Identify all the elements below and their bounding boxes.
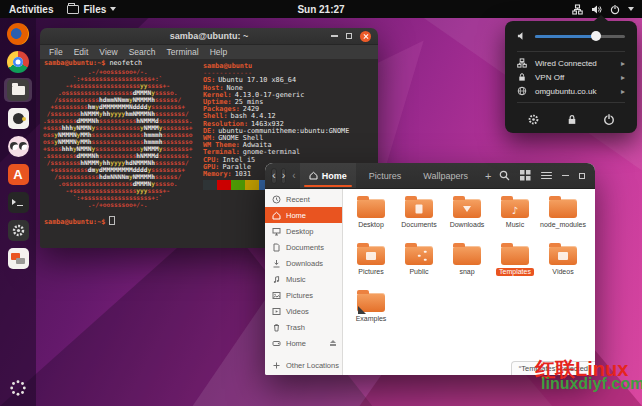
sidebar-item-home[interactable]: Home: [265, 207, 342, 223]
sidebar-item-downloads[interactable]: Downloads: [265, 255, 342, 271]
vpn-menu-item[interactable]: VPN Off ▸: [505, 70, 637, 84]
folder-examples[interactable]: Examples: [348, 289, 394, 334]
maximize-button[interactable]: [579, 173, 585, 179]
sidebar-item-trash[interactable]: Trash: [265, 319, 342, 335]
sidebar-item-pictures[interactable]: Pictures: [265, 287, 342, 303]
app-menu-label: Files: [83, 4, 106, 15]
search-icon[interactable]: [499, 170, 510, 181]
music-icon: [272, 275, 281, 284]
menu-help[interactable]: Help: [210, 47, 227, 57]
tab-pictures[interactable]: Pictures: [360, 163, 411, 188]
menu-icon[interactable]: [541, 172, 552, 180]
menu-edit[interactable]: Edit: [74, 47, 89, 57]
dock-item-firefox[interactable]: [4, 22, 32, 46]
dock-item-terminal[interactable]: [4, 190, 32, 214]
show-applications-button[interactable]: [4, 376, 32, 400]
folder-icon: [357, 199, 385, 218]
volume-slider[interactable]: [535, 35, 625, 38]
volume-slider-knob[interactable]: [591, 31, 601, 41]
folder-documents[interactable]: Documents: [396, 195, 442, 240]
tab-home[interactable]: Home: [300, 163, 356, 188]
sidebar-item-videos[interactable]: Videos: [265, 303, 342, 319]
volume-icon: [517, 31, 527, 41]
dock-item-chrome[interactable]: [4, 50, 32, 74]
folder-label: node_modules: [540, 221, 586, 229]
dock-item-app-a[interactable]: A: [4, 162, 32, 186]
eject-icon[interactable]: [330, 340, 336, 345]
wired-menu-item[interactable]: Wired Connected ▸: [505, 56, 637, 70]
folder-icon: [405, 199, 433, 218]
command-text: neofetch: [109, 59, 142, 67]
submenu-arrow-icon: ▸: [621, 87, 625, 96]
minimize-button[interactable]: [562, 175, 569, 177]
sidebar-item-other-locations[interactable]: Other Locations: [265, 357, 342, 373]
menu-view[interactable]: View: [99, 47, 117, 57]
dock-item-owl-app[interactable]: [4, 134, 32, 158]
menu-search[interactable]: Search: [129, 47, 156, 57]
view-grid-icon[interactable]: [520, 170, 531, 181]
video-icon: [272, 307, 281, 316]
folder-downloads[interactable]: Downloads: [444, 195, 490, 240]
network-icon: [572, 4, 583, 15]
home-icon: [309, 171, 318, 180]
files-headerbar[interactable]: ‹ › ‹ Home Pictures Wallpapers +: [265, 163, 595, 189]
new-tab-button[interactable]: +: [481, 170, 495, 182]
website-menu-item[interactable]: omgubuntu.co.uk ▸: [505, 84, 637, 98]
folder-public[interactable]: Public: [396, 242, 442, 287]
power-icon: [610, 4, 620, 15]
dock-item-settings[interactable]: [4, 218, 32, 242]
settings-button[interactable]: [527, 113, 540, 126]
folder-icon: [357, 293, 385, 312]
folder-templates[interactable]: Templates: [492, 242, 538, 287]
sidebar-item-music[interactable]: Music: [265, 271, 342, 287]
folder-desktop[interactable]: Desktop: [348, 195, 394, 240]
folder-node-modules[interactable]: node_modules: [540, 195, 586, 240]
dock-item-files[interactable]: [4, 78, 32, 102]
folder-snap[interactable]: snap: [444, 242, 490, 287]
sidebar-label: Recent: [286, 195, 310, 204]
app-menu-button[interactable]: Files: [67, 4, 116, 15]
dock-item-camera-app[interactable]: [4, 106, 32, 130]
activities-button[interactable]: Activities: [9, 4, 53, 15]
volume-row: [505, 21, 637, 47]
app-a-icon: A: [8, 164, 29, 185]
system-menu: Wired Connected ▸ VPN Off ▸ omgubuntu.co…: [505, 21, 637, 133]
forward-button[interactable]: ›: [281, 168, 287, 184]
sidebar-item-documents[interactable]: Documents: [265, 239, 342, 255]
plus-icon: [272, 361, 281, 370]
power-button[interactable]: [603, 113, 615, 126]
folder-videos[interactable]: Videos: [540, 242, 586, 287]
volume-slider-fill: [535, 35, 596, 38]
dock-item-software[interactable]: [4, 246, 32, 270]
camera-app-icon: [8, 108, 29, 129]
video-emblem-icon: [558, 252, 568, 260]
back-button[interactable]: ‹: [271, 168, 277, 184]
sidebar-label: Trash: [286, 323, 305, 332]
sidebar-item-home-drive[interactable]: Home: [265, 335, 342, 351]
close-button[interactable]: [360, 31, 371, 42]
lock-button[interactable]: [566, 113, 578, 126]
gear-icon: [527, 113, 540, 126]
folder-icon: [453, 199, 481, 218]
maximize-button[interactable]: [346, 33, 352, 39]
sidebar-item-desktop[interactable]: Desktop: [265, 223, 342, 239]
terminal-titlebar[interactable]: samba@ubuntu: ~: [40, 28, 378, 45]
folder-music[interactable]: Music: [492, 195, 538, 240]
tab-scroll-left-icon[interactable]: ‹: [292, 170, 295, 181]
terminal-window-title: samba@ubuntu: ~: [40, 31, 378, 41]
clock[interactable]: Sun 21:27: [297, 4, 344, 15]
minimize-button[interactable]: [331, 35, 338, 37]
menu-file[interactable]: File: [49, 47, 63, 57]
shell-prompt: samba@ubuntu:~$: [44, 218, 105, 226]
system-status-area[interactable]: [572, 4, 642, 15]
folder-label: Documents: [401, 221, 436, 229]
sidebar-item-recent[interactable]: Recent: [265, 191, 342, 207]
power-icon: [603, 113, 615, 126]
trash-icon: [272, 323, 281, 332]
folder-pictures[interactable]: Pictures: [348, 242, 394, 287]
menu-terminal[interactable]: Terminal: [167, 47, 199, 57]
tab-wallpapers[interactable]: Wallpapers: [414, 163, 477, 188]
gear-icon: [8, 220, 29, 241]
menu-item-label: omgubuntu.co.uk: [535, 87, 596, 96]
files-content[interactable]: Desktop Documents Downloads Music node_m…: [343, 189, 595, 375]
